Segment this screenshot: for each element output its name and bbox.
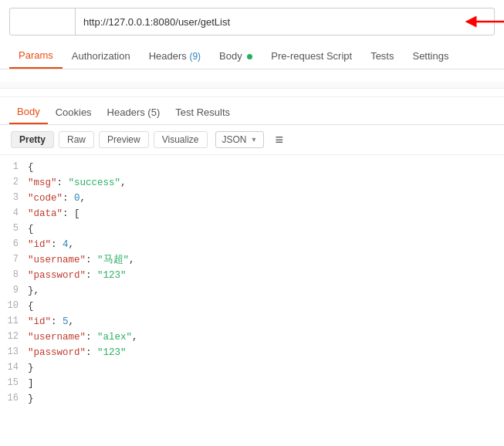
token-string: "123" [97, 270, 127, 281]
token-number: 0 [74, 193, 80, 204]
value-header [228, 82, 504, 89]
json-line: 8 "password": "123" [0, 268, 504, 283]
line-content: "username": "alex", [28, 329, 501, 345]
line-number: 6 [3, 237, 28, 252]
json-dropdown-arrow: ▼ [251, 136, 258, 144]
line-number: 15 [3, 376, 28, 390]
tab-headers[interactable]: Headers (9) [140, 44, 210, 68]
json-line: 13 "password": "123" [0, 345, 504, 360]
token-plain: , [69, 316, 75, 327]
format-btn-visualize[interactable]: Visualize [154, 131, 208, 148]
token-plain: : [86, 332, 97, 343]
line-content: "code": 0, [28, 191, 501, 206]
method-select[interactable] [10, 8, 76, 35]
format-row: PrettyRawPreviewVisualizeJSON▼≡ [0, 125, 504, 155]
token-plain: : [63, 208, 74, 219]
line-content: "id": 4, [28, 237, 501, 252]
token-key: "username" [28, 255, 86, 265]
token-key: "id" [28, 239, 51, 250]
line-content: { [28, 160, 501, 175]
filter-icon[interactable]: ≡ [275, 132, 283, 148]
line-content: { [28, 221, 501, 237]
json-line: 15 ] [0, 376, 504, 391]
token-key: "code" [28, 193, 63, 204]
token-plain: : [57, 177, 69, 188]
line-content: "password": "123" [28, 345, 501, 360]
query-params-label [0, 69, 504, 82]
tab-params[interactable]: Params [9, 43, 63, 69]
token-brace: { [28, 301, 34, 312]
value-placeholder[interactable] [228, 89, 504, 97]
line-number: 2 [3, 175, 28, 190]
format-btn-preview[interactable]: Preview [99, 131, 149, 148]
token-plain: , [120, 177, 127, 188]
token-string: "alex" [97, 332, 132, 343]
token-key: "username" [28, 332, 86, 343]
tab-settings[interactable]: Settings [403, 44, 458, 68]
token-string: "马超" [97, 255, 129, 265]
response-tabs: BodyCookiesHeaders (5)Test Results [0, 100, 504, 125]
line-number: 7 [3, 252, 28, 267]
token-plain: , [80, 193, 86, 204]
line-number: 11 [3, 314, 28, 329]
json-line: 12 "username": "alex", [0, 329, 504, 345]
token-plain: : [51, 239, 63, 250]
tab-prerequest[interactable]: Pre-request Script [262, 44, 361, 68]
token-plain: , [132, 332, 138, 343]
token-brace: } [28, 363, 34, 373]
token-brace: } [28, 394, 34, 404]
format-btn-pretty[interactable]: Pretty [11, 131, 54, 148]
format-btn-raw[interactable]: Raw [59, 131, 94, 148]
token-plain: : [86, 347, 97, 358]
token-bracket: ] [28, 378, 34, 389]
token-number: 5 [63, 316, 69, 327]
line-content: "id": 5, [28, 314, 501, 329]
line-content: } [28, 360, 501, 376]
key-placeholder[interactable] [0, 89, 228, 97]
url-input[interactable] [76, 16, 494, 28]
token-key: "id" [28, 316, 51, 327]
token-plain: : [86, 255, 97, 265]
line-number: 13 [3, 345, 28, 360]
line-number: 14 [3, 360, 28, 375]
token-string: "success" [69, 177, 121, 188]
line-content: "data": [ [28, 206, 501, 221]
line-number: 8 [3, 268, 28, 282]
red-arrow-annotation [465, 11, 504, 32]
json-format-dropdown[interactable]: JSON▼ [215, 131, 265, 148]
line-number: 3 [3, 191, 28, 205]
tab-tests[interactable]: Tests [361, 44, 403, 68]
line-number: 16 [3, 391, 28, 406]
token-plain: , [69, 239, 75, 250]
params-table [0, 82, 504, 97]
token-plain: , [129, 255, 135, 265]
json-line: 2 "msg": "success", [0, 175, 504, 191]
line-content: "password": "123" [28, 268, 501, 283]
response-tab-cookies[interactable]: Cookies [48, 101, 100, 123]
token-brace: }, [28, 286, 39, 296]
token-bracket: [ [74, 208, 80, 219]
tab-body[interactable]: Body [210, 44, 262, 68]
line-content: "msg": "success", [28, 175, 501, 191]
json-line: 6 "id": 4, [0, 237, 504, 252]
token-number: 4 [63, 239, 69, 250]
token-brace: { [28, 224, 34, 235]
json-line: 11 "id": 5, [0, 314, 504, 329]
line-content: } [28, 391, 501, 407]
line-number: 10 [3, 299, 28, 313]
token-plain: : [63, 193, 74, 204]
json-line: 9 }, [0, 283, 504, 299]
response-tab-body[interactable]: Body [9, 100, 48, 124]
tab-authorization[interactable]: Authorization [63, 44, 140, 68]
json-dropdown-label: JSON [222, 134, 247, 145]
response-tab-headers[interactable]: Headers (5) [100, 101, 168, 123]
json-body: 1{2 "msg": "success",3 "code": 0,4 "data… [0, 155, 504, 411]
json-line: 10 { [0, 299, 504, 314]
json-line: 16} [0, 391, 504, 407]
line-number: 5 [3, 221, 28, 236]
json-line: 14 } [0, 360, 504, 376]
response-tab-testresults[interactable]: Test Results [167, 101, 238, 123]
line-content: }, [28, 283, 501, 299]
line-number: 4 [3, 206, 28, 221]
token-plain: : [51, 316, 63, 327]
